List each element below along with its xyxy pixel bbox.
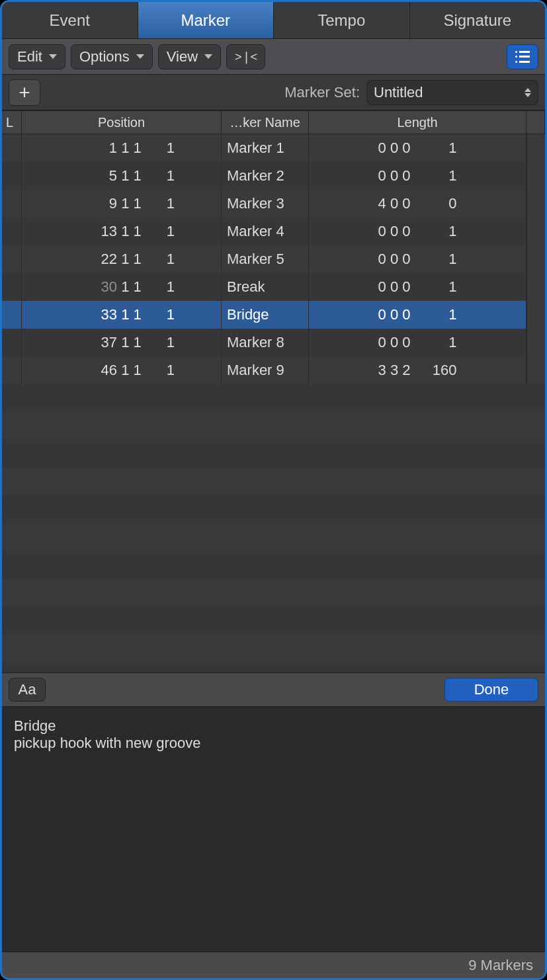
table-body[interactable]: 1 1 11Marker 10 0 015 1 11Marker 20 0 01… — [2, 134, 545, 673]
cell-marker-name[interactable]: Marker 3 — [222, 190, 309, 218]
tab-event[interactable]: Event — [2, 2, 138, 38]
cell-marker-name[interactable]: Break — [222, 273, 309, 301]
cell-gutter — [526, 273, 545, 301]
table-row[interactable]: 30 1 11Break0 0 01 — [2, 273, 545, 301]
cell-marker-name[interactable]: Bridge — [222, 301, 309, 329]
marker-table: L Position …ker Name Length 1 1 11Marker… — [2, 110, 545, 673]
table-row[interactable]: 9 1 11Marker 34 0 00 — [2, 190, 545, 218]
cell-l[interactable] — [2, 301, 22, 329]
edit-menu[interactable]: Edit — [9, 44, 65, 69]
cell-marker-name[interactable]: Marker 4 — [222, 218, 309, 245]
cell-marker-name[interactable]: Marker 9 — [222, 356, 309, 384]
table-row[interactable]: 13 1 11Marker 40 0 01 — [2, 218, 545, 245]
cell-gutter — [526, 134, 545, 162]
cell-length[interactable]: 4 0 00 — [309, 190, 526, 218]
cell-position[interactable]: 33 1 11 — [22, 301, 222, 329]
cell-marker-name[interactable]: Marker 8 — [222, 329, 309, 356]
cell-position[interactable]: 37 1 11 — [22, 329, 222, 356]
list-icon — [515, 51, 530, 63]
list-view-toggle[interactable] — [507, 44, 538, 69]
cell-position[interactable]: 46 1 11 — [22, 356, 222, 384]
table-row[interactable]: 46 1 11Marker 93 3 2160 — [2, 356, 545, 384]
cell-l[interactable] — [2, 162, 22, 190]
cell-l[interactable] — [2, 190, 22, 218]
notes-title: Bridge — [14, 717, 56, 734]
cell-marker-name[interactable]: Marker 2 — [222, 162, 309, 190]
catch-playhead-button[interactable]: >❘< — [226, 44, 265, 69]
cell-marker-name[interactable]: Marker 5 — [222, 245, 309, 273]
cell-length[interactable]: 0 0 01 — [309, 301, 526, 329]
tab-tempo[interactable]: Tempo — [274, 2, 410, 38]
cell-gutter — [526, 245, 545, 273]
cell-position[interactable]: 5 1 11 — [22, 162, 222, 190]
cell-position[interactable]: 1 1 11 — [22, 134, 222, 162]
cell-gutter — [526, 329, 545, 356]
marker-count: 9 Markers — [468, 957, 533, 974]
marker-set-value: Untitled — [374, 84, 423, 101]
options-label: Options — [79, 48, 130, 65]
cell-length[interactable]: 0 0 01 — [309, 218, 526, 245]
column-gutter — [526, 111, 545, 134]
table-row[interactable]: 22 1 11Marker 50 0 01 — [2, 245, 545, 273]
cell-l[interactable] — [2, 273, 22, 301]
cell-gutter — [526, 218, 545, 245]
detail-toolbar: Aa Done — [2, 673, 545, 707]
done-button[interactable]: Done — [444, 678, 538, 702]
column-length[interactable]: Length — [309, 111, 526, 134]
cell-l[interactable] — [2, 329, 22, 356]
table-row[interactable]: 5 1 11Marker 20 0 01 — [2, 162, 545, 190]
cell-length[interactable]: 0 0 01 — [309, 273, 526, 301]
cell-l[interactable] — [2, 134, 22, 162]
status-bar: 9 Markers — [2, 952, 545, 978]
cell-length[interactable]: 0 0 01 — [309, 162, 526, 190]
edit-label: Edit — [17, 48, 42, 65]
tab-marker[interactable]: Marker — [138, 2, 274, 38]
cell-l[interactable] — [2, 218, 22, 245]
marker-set-label: Marker Set: — [284, 84, 360, 101]
marker-set-select[interactable]: Untitled — [366, 80, 538, 105]
add-marker-button[interactable]: + — [9, 79, 40, 106]
chevron-down-icon — [49, 54, 57, 59]
table-header: L Position …ker Name Length — [2, 110, 545, 134]
cell-l[interactable] — [2, 356, 22, 384]
cell-position[interactable]: 9 1 11 — [22, 190, 222, 218]
cell-gutter — [526, 301, 545, 329]
updown-icon — [525, 88, 531, 97]
cell-gutter — [526, 356, 545, 384]
cell-length[interactable]: 0 0 01 — [309, 329, 526, 356]
options-menu[interactable]: Options — [71, 44, 153, 69]
cell-l[interactable] — [2, 245, 22, 273]
catch-playhead-icon: >❘< — [235, 50, 257, 64]
cell-position[interactable]: 13 1 11 — [22, 218, 222, 245]
table-row[interactable]: 33 1 11Bridge0 0 01 — [2, 301, 545, 329]
table-row[interactable]: 37 1 11Marker 80 0 01 — [2, 329, 545, 356]
marker-list-window: Event Marker Tempo Signature Edit Option… — [0, 0, 547, 980]
notes-body: pickup hook with new groove — [14, 735, 201, 751]
cell-marker-name[interactable]: Marker 1 — [222, 134, 309, 162]
toolbar: Edit Options View >❘< — [2, 39, 545, 75]
chevron-down-icon — [136, 54, 144, 59]
cell-length[interactable]: 0 0 01 — [309, 134, 526, 162]
marker-notes-editor[interactable]: Bridge pickup hook with new groove — [2, 707, 545, 952]
view-menu[interactable]: View — [158, 44, 221, 69]
table-row[interactable]: 1 1 11Marker 10 0 01 — [2, 134, 545, 162]
cell-length[interactable]: 3 3 2160 — [309, 356, 526, 384]
cell-position[interactable]: 30 1 11 — [22, 273, 222, 301]
cell-gutter — [526, 162, 545, 190]
cell-length[interactable]: 0 0 01 — [309, 245, 526, 273]
cell-position[interactable]: 22 1 11 — [22, 245, 222, 273]
column-marker-name[interactable]: …ker Name — [222, 111, 309, 134]
chevron-down-icon — [204, 54, 212, 59]
view-label: View — [167, 48, 198, 65]
plus-icon: + — [19, 83, 30, 102]
text-format-button[interactable]: Aa — [9, 678, 46, 702]
tab-signature[interactable]: Signature — [410, 2, 546, 38]
column-l[interactable]: L — [2, 111, 22, 134]
cell-gutter — [526, 190, 545, 218]
list-editor-tabs: Event Marker Tempo Signature — [2, 2, 545, 39]
column-position[interactable]: Position — [22, 111, 222, 134]
marker-set-row: + Marker Set: Untitled — [2, 75, 545, 110]
